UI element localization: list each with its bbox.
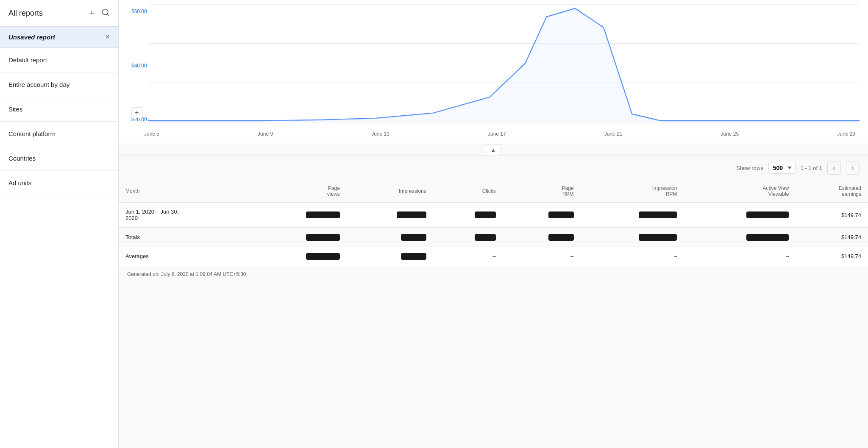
rows-per-page-select[interactable]: 500 100 50 25 [768, 162, 796, 174]
cell-totals-impression-rpm [581, 228, 684, 247]
table-area: Show rows 500 100 50 25 1 - 1 of 1 ‹ › M… [119, 156, 868, 448]
cell-totals-page-rpm [503, 228, 581, 247]
sidebar-item-sites[interactable]: Sites [0, 97, 118, 122]
search-icon[interactable] [101, 8, 110, 19]
sidebar-item-label: Sites [8, 106, 22, 113]
cell-totals-impressions [347, 228, 433, 247]
col-header-clicks: Clicks [433, 180, 503, 203]
cell-page-rpm [503, 203, 581, 228]
cell-impression-rpm [581, 203, 684, 228]
x-label-june21: June 21 [604, 131, 623, 137]
prev-page-button[interactable]: ‹ [827, 161, 841, 175]
data-table: Month Pageviews Impressions Clicks PageR… [119, 180, 868, 266]
table-header-row: Month Pageviews Impressions Clicks PageR… [119, 180, 868, 203]
chart-svg [148, 4, 860, 122]
cell-totals-earnings: $149.74 [796, 228, 868, 247]
cell-totals-clicks [433, 228, 503, 247]
cell-estimated-earnings: $149.74 [796, 203, 868, 228]
col-header-page-views: Pageviews [252, 180, 347, 203]
col-header-page-rpm: PageRPM [503, 180, 581, 203]
cell-averages-earnings: $149.74 [796, 247, 868, 266]
active-report-label: Unsaved report [8, 33, 55, 41]
table-row: Jun 1, 2020 – Jun 30,2020 $149.74 [119, 203, 868, 228]
footer-generated-label: Generated on: July 8, 2020 at 1:09:04 AM… [127, 271, 246, 277]
sidebar-item-content-platform[interactable]: Content platform [0, 122, 118, 146]
sidebar: All reports + Unsaved report × Default r… [0, 0, 119, 448]
main-content: $60.00 $40.00 $20.00 June 5 June 9 June … [119, 0, 868, 448]
pagination-info: 1 - 1 of 1 [801, 165, 822, 171]
sidebar-item-label: Ad units [8, 179, 31, 186]
col-header-estimated-earnings: Estimatedearnings [796, 180, 868, 203]
active-report-item[interactable]: Unsaved report × [0, 27, 118, 48]
next-page-button[interactable]: › [846, 161, 860, 175]
sidebar-item-label: Default report [8, 56, 47, 64]
totals-row: Totals $149.74 [119, 228, 868, 247]
col-header-month: Month [119, 180, 252, 203]
cell-averages-label: Averages [119, 247, 252, 266]
x-label-june13: June 13 [371, 131, 389, 137]
sidebar-item-default-report[interactable]: Default report [0, 48, 118, 72]
cell-averages-page-views [252, 247, 347, 266]
chart-add-button[interactable]: + [131, 107, 142, 118]
x-label-june29: June 29 [837, 131, 855, 137]
cell-month: Jun 1, 2020 – Jun 30,2020 [119, 203, 252, 228]
cell-impressions [347, 203, 433, 228]
sidebar-item-ad-units[interactable]: Ad units [0, 171, 118, 195]
chart-y-labels: $60.00 $40.00 $20.00 [131, 8, 147, 122]
cell-totals-page-views [252, 228, 347, 247]
collapse-chart-button[interactable]: ▲ [486, 144, 501, 156]
chart-area: $60.00 $40.00 $20.00 June 5 June 9 June … [119, 0, 868, 144]
x-label-june5: June 5 [144, 131, 159, 137]
col-header-impression-rpm: ImpressionRPM [581, 180, 684, 203]
chart-x-labels: June 5 June 9 June 13 June 17 June 21 Ju… [144, 131, 855, 137]
show-rows-label: Show rows [736, 165, 763, 171]
add-icon[interactable]: + [89, 8, 95, 19]
x-label-june25: June 25 [721, 131, 739, 137]
sidebar-item-entire-account-by-day[interactable]: Entire account by day [0, 72, 118, 97]
y-label-40: $40.00 [131, 63, 147, 69]
close-icon[interactable]: × [105, 33, 110, 42]
y-label-60: $60.00 [131, 8, 147, 14]
cell-averages-page-rpm: – [503, 247, 581, 266]
cell-averages-active-view: – [684, 247, 796, 266]
cell-totals-active-view [684, 228, 796, 247]
cell-averages-impressions [347, 247, 433, 266]
cell-clicks [433, 203, 503, 228]
chevron-right-icon: › [851, 164, 854, 172]
averages-row: Averages – – – – $149.74 [119, 247, 868, 266]
table-controls: Show rows 500 100 50 25 1 - 1 of 1 ‹ › [119, 156, 868, 180]
svg-line-1 [107, 14, 109, 15]
svg-marker-6 [148, 8, 860, 122]
generated-on-text: Generated on: July 8, 2020 at 1:09:04 AM… [119, 266, 868, 282]
x-label-june17: June 17 [488, 131, 506, 137]
col-header-impressions: Impressions [347, 180, 433, 203]
chevron-left-icon: ‹ [833, 164, 835, 172]
sidebar-header: All reports + [0, 0, 118, 27]
cell-page-views [252, 203, 347, 228]
sidebar-item-label: Countries [8, 155, 36, 162]
x-label-june9: June 9 [258, 131, 273, 137]
sidebar-title: All reports [8, 9, 43, 18]
sidebar-item-label: Entire account by day [8, 81, 70, 88]
sidebar-item-label: Content platform [8, 130, 56, 137]
sidebar-icons: + [89, 8, 110, 19]
sidebar-item-countries[interactable]: Countries [0, 146, 118, 171]
cell-active-view [684, 203, 796, 228]
col-header-active-view: Active ViewViewable [684, 180, 796, 203]
cell-totals-label: Totals [119, 228, 252, 247]
cell-averages-impression-rpm: – [581, 247, 684, 266]
cell-averages-clicks: – [433, 247, 503, 266]
plus-icon: + [135, 109, 139, 117]
